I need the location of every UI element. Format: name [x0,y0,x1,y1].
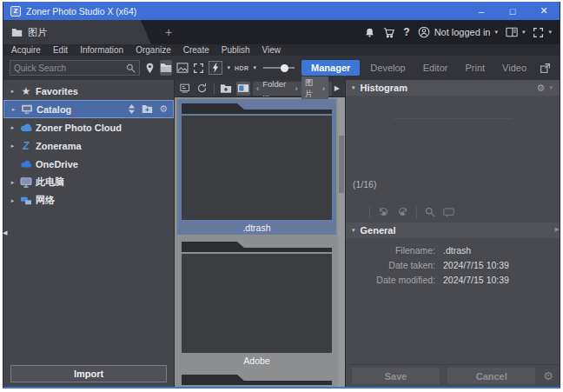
sidebar-item-catalog[interactable]: ▸ Catalog ⚙ [3,100,174,118]
save-button[interactable]: Save [352,368,440,384]
view-mode-button[interactable] [178,82,193,96]
quick-edits-flash-button[interactable] [209,61,223,75]
menu-view[interactable]: View [262,45,282,55]
app-window: Z Zoner Photo Studio X (x64) – □ ✕ 图片 + [3,2,560,389]
expand-caret-icon[interactable]: ▸ [7,124,18,131]
menu-create[interactable]: Create [183,45,209,55]
field-value: 2024/7/15 10:39 [443,273,509,288]
folder-thumbnail-adobe[interactable]: Adobe [177,237,336,368]
browser-toolbar: ‹ Folder ... › 图片 › ▶ [175,80,345,97]
maximize-button[interactable]: □ [497,2,528,20]
breadcrumb-back-button[interactable]: ‹ [256,83,259,93]
preview-image-button[interactable] [176,60,189,76]
general-section-header[interactable]: ▾ General [346,223,560,238]
import-button[interactable]: Import [10,365,167,382]
account-caret-icon: ▾ [494,29,498,36]
metadata-fields: Filename: .dtrash Date taken: 2024/7/15 … [346,238,560,291]
fullscreen-button[interactable]: ▾ [533,27,552,38]
sort-order-icon[interactable] [128,104,136,114]
display-layout-button[interactable]: ▾ [506,27,526,37]
nav-divider [369,207,370,218]
window-controls: – □ ✕ [466,2,560,20]
workspace-manager[interactable]: Manager [301,60,360,76]
main-area: ▸ ★ Favorites ▸ Catalog ⚙ [3,80,560,387]
sidebar-item-zonerama[interactable]: ▸ Z Zonerama [3,136,174,155]
slider-thumb[interactable] [281,64,288,72]
expand-caret-icon[interactable]: ▸ [8,106,19,113]
thumbnail-size-slider[interactable] [263,62,295,74]
nav-divider [416,207,417,218]
tag-label-button[interactable] [443,208,454,217]
minimize-button[interactable]: – [466,2,497,20]
favorites-star-icon: ★ [18,85,34,97]
scrollbar-thumb[interactable] [339,136,344,193]
expand-panel-arrow[interactable]: ▶ [555,226,560,233]
sidebar-item-favorites[interactable]: ▸ ★ Favorites [3,82,174,100]
help-button[interactable]: ? [403,26,409,38]
histogram-baseline [394,118,512,119]
sidebar: ▸ ★ Favorites ▸ Catalog ⚙ [3,80,175,387]
close-button[interactable]: ✕ [528,2,560,20]
search-input[interactable] [14,63,126,73]
tab-bar: 图片 + ? Not logged in ▾ ▾ [3,20,560,44]
rotate-right-button[interactable] [397,207,408,217]
geotag-pin-button[interactable] [144,60,156,76]
field-row: Filename: .dtrash [346,243,560,258]
catalog-settings-gear-icon[interactable]: ⚙ [159,104,168,114]
sidebar-item-this-pc[interactable]: ▸ 此电脑 [3,173,174,191]
histogram-settings-gear-icon[interactable]: ⚙ [537,83,546,93]
add-folder-icon[interactable] [142,104,153,114]
cart-icon[interactable] [383,27,395,38]
workspace-editor[interactable]: Editor [416,60,455,76]
footer-settings-gear-icon[interactable]: ⚙ [543,370,553,382]
breadcrumb-root[interactable]: Folder ... [262,79,291,98]
expand-caret-icon[interactable]: ▸ [7,143,18,149]
histogram-title: Histogram [361,83,407,93]
browse-folder-button[interactable] [160,60,172,76]
general-title: General [361,225,396,236]
menu-edit[interactable]: Edit [53,45,68,55]
menu-publish[interactable]: Publish [222,45,250,55]
collapse-sidebar-arrow[interactable]: ◀ [3,229,7,236]
sidebar-item-onedrive[interactable]: OneDrive [3,155,174,173]
notifications-bell-icon[interactable] [364,27,375,38]
browser-scrollbar[interactable] [338,97,345,387]
open-new-window-button[interactable] [537,60,553,76]
panel-overflow-arrow[interactable]: ▶ [334,84,341,92]
histogram-section-header[interactable]: ▾ Histogram ⚙ ▾ [346,80,560,96]
folder-tree-toggle-button[interactable] [236,82,251,96]
sidebar-item-label: 网络 [36,194,55,207]
sidebar-item-label: 此电脑 [36,176,64,189]
workspace-print[interactable]: Print [458,60,492,76]
expand-caret-icon[interactable]: ▸ [7,197,18,204]
histogram-caret-icon[interactable]: ▾ [549,84,553,91]
menu-acquire[interactable]: Acquire [11,45,41,55]
fullscreen-view-button[interactable] [193,60,204,76]
hdr-caret-icon[interactable]: ▾ [253,64,256,71]
flash-caret-icon[interactable]: ▾ [227,64,230,71]
folder-up-button[interactable] [219,82,234,96]
cancel-button[interactable]: Cancel [447,368,535,384]
workspace-video[interactable]: Video [495,60,533,76]
breadcrumb-separator-icon: › [295,83,298,93]
expand-caret-icon[interactable]: ▸ [7,179,18,186]
zoom-tool-button[interactable] [425,207,435,217]
rotate-left-button[interactable] [378,207,389,217]
workspace-develop[interactable]: Develop [363,60,412,76]
hdr-button[interactable]: HDR [235,65,248,71]
toolbar-divider [214,83,215,94]
sidebar-item-zoner-photo-cloud[interactable]: ▸ Zoner Photo Cloud [3,118,174,136]
expand-caret-icon[interactable]: ▸ [7,88,18,95]
folder-thumbnail-dtrash[interactable]: .dtrash [177,99,336,235]
menu-organize[interactable]: Organize [136,45,171,55]
tab-pictures[interactable]: 图片 [3,20,151,44]
sidebar-item-network[interactable]: ▸ 网络 [3,191,174,209]
layout-caret-icon: ▾ [522,29,526,36]
sync-refresh-button[interactable] [195,82,210,96]
folder-thumbnail-partial[interactable] [177,370,336,387]
workspace-switcher: Manager Develop Editor Print Video [301,60,553,76]
menu-information[interactable]: Information [80,45,123,55]
account-button[interactable]: Not logged in ▾ [418,26,498,38]
new-tab-button[interactable]: + [165,26,172,38]
quick-search-box [10,60,140,76]
